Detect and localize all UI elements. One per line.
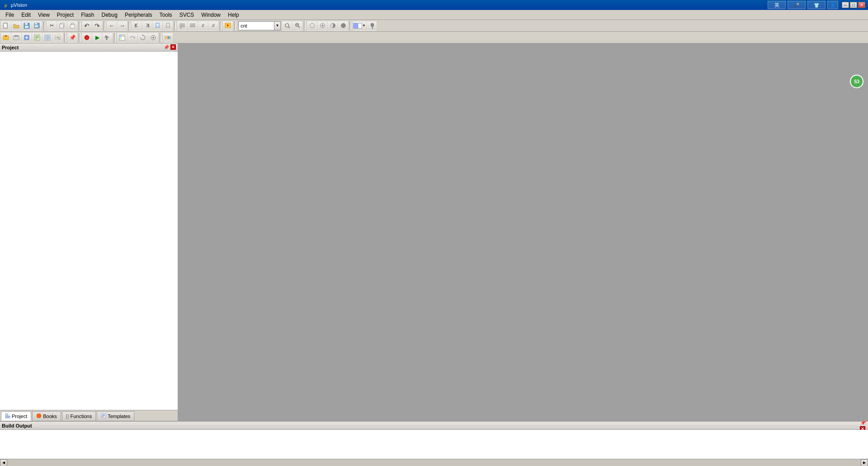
editor-area[interactable] (179, 43, 868, 421)
paste-button[interactable] (67, 21, 77, 31)
scroll-track[interactable] (7, 459, 861, 466)
svg-rect-55 (120, 35, 122, 37)
open-folder-button[interactable] (11, 21, 21, 31)
redo-button[interactable]: ↷ (92, 21, 102, 31)
search-go-button[interactable] (282, 21, 292, 31)
svg-point-21 (285, 24, 289, 27)
save-button[interactable] (22, 21, 32, 31)
svg-rect-2 (25, 23, 28, 25)
menu-peripherals[interactable]: Peripherals (121, 10, 156, 19)
reset-button[interactable] (138, 33, 148, 43)
breakpoint-toggle-button[interactable] (82, 33, 92, 43)
menu-project[interactable]: Project (53, 10, 77, 19)
nav-fwd-button[interactable]: → (117, 21, 127, 31)
project-panel-header: Project 📌 ✕ (0, 43, 178, 52)
tray-person[interactable]: 👤 (827, 1, 838, 9)
svg-rect-57 (120, 38, 122, 39)
options-button[interactable]: cfg (53, 33, 63, 43)
arrow-ptr-button[interactable] (103, 33, 113, 43)
indent-button[interactable] (177, 21, 187, 31)
circle2-button[interactable] (317, 21, 327, 31)
build-output-panel: Build Output 📌 ✕ ◀ ▶ (0, 421, 868, 466)
menu-tools[interactable]: Tools (156, 10, 176, 19)
full-circle-button[interactable] (338, 21, 348, 31)
tab-project[interactable]: Project (1, 411, 31, 421)
menu-debug[interactable]: Debug (98, 10, 121, 19)
batch-build-button[interactable] (42, 33, 52, 43)
tray-mic[interactable]: 🎤 (788, 1, 806, 9)
debug-run-button[interactable]: ▶ (92, 33, 102, 43)
menu-help[interactable]: Help (224, 10, 243, 19)
tab-books[interactable]: Books (32, 411, 61, 421)
svg-marker-59 (142, 34, 144, 36)
uncomment-button[interactable]: // (208, 21, 218, 31)
tools-button[interactable] (367, 21, 377, 31)
menu-svcs[interactable]: SVCS (176, 10, 198, 19)
build-target-button[interactable] (1, 33, 11, 43)
rebuild-button[interactable] (11, 33, 21, 43)
bookmark-button[interactable] (152, 21, 162, 31)
svg-rect-6 (35, 25, 38, 27)
user-avatar[interactable]: S3 (850, 75, 863, 88)
project-pin-icon[interactable]: 📌 (163, 44, 170, 51)
minimize-button[interactable]: ─ (842, 2, 849, 8)
project-close-button[interactable]: ✕ (170, 44, 176, 50)
nav-back-button[interactable]: ← (107, 21, 117, 31)
mem-map-button[interactable] (117, 33, 127, 43)
search-input[interactable] (238, 21, 274, 30)
app-title: µVision (11, 2, 768, 8)
project-content (0, 52, 178, 410)
svg-rect-37 (14, 36, 19, 40)
svg-rect-5 (35, 23, 37, 24)
svg-rect-32 (354, 23, 358, 28)
prev-bookmark-button[interactable] (132, 21, 142, 31)
new-file-button[interactable] (1, 21, 11, 31)
view-toggle-button[interactable]: ▼ (353, 21, 366, 31)
svg-rect-46 (45, 35, 47, 37)
undo-button[interactable]: ↶ (82, 21, 92, 31)
copy-button[interactable] (57, 21, 67, 31)
arc-button[interactable] (328, 21, 338, 31)
main-area: Project 📌 ✕ Project Books {} (0, 43, 868, 421)
books-tab-icon (36, 413, 42, 419)
pin-button[interactable]: 📌 (67, 33, 77, 43)
menu-file[interactable]: File (2, 10, 18, 19)
svg-point-74 (37, 414, 41, 418)
open-project-device-button[interactable] (22, 33, 32, 43)
menu-view[interactable]: View (34, 10, 53, 19)
tab-templates[interactable]: Templates (97, 411, 134, 421)
tab-functions[interactable]: {} Functions (62, 411, 96, 421)
cut-button[interactable]: ✂ (47, 21, 57, 31)
search-dropdown[interactable]: ▼ (274, 21, 281, 30)
run-button[interactable] (223, 21, 233, 31)
config-debug-button[interactable] (148, 33, 158, 43)
svg-point-31 (341, 24, 345, 28)
menu-window[interactable]: Window (198, 10, 224, 19)
svg-rect-34 (372, 23, 373, 24)
scroll-left-button[interactable]: ◀ (0, 459, 7, 466)
project-tab-icon (5, 413, 10, 419)
build-scrollbar: ◀ ▶ (0, 459, 868, 466)
bookmark-clear-button[interactable] (163, 21, 173, 31)
tray-shirt[interactable]: 👕 (807, 1, 826, 9)
menu-edit[interactable]: Edit (18, 10, 34, 19)
svg-rect-69 (168, 37, 169, 38)
comment-button[interactable]: // (198, 21, 208, 31)
lang-indicator[interactable]: 英 (768, 1, 786, 9)
close-button[interactable]: ✕ (858, 2, 865, 8)
svg-rect-71 (5, 414, 8, 415)
step-over-button[interactable] (127, 33, 137, 43)
save-all-button[interactable] (32, 21, 42, 31)
serial-debug-button[interactable] (163, 33, 173, 43)
search-flags-button[interactable] (292, 21, 302, 31)
manage-project-button[interactable] (32, 33, 42, 43)
left-panel: Project 📌 ✕ Project Books {} (0, 43, 179, 421)
next-bookmark-button[interactable] (142, 21, 152, 31)
svg-rect-67 (165, 37, 166, 38)
unindent-button[interactable] (188, 21, 198, 31)
menu-flash[interactable]: Flash (77, 10, 98, 19)
build-output-pin-icon[interactable]: 📌 (860, 420, 866, 426)
scroll-right-button[interactable]: ▶ (861, 459, 868, 466)
circle1-button[interactable] (307, 21, 317, 31)
maximize-button[interactable]: □ (850, 2, 857, 8)
